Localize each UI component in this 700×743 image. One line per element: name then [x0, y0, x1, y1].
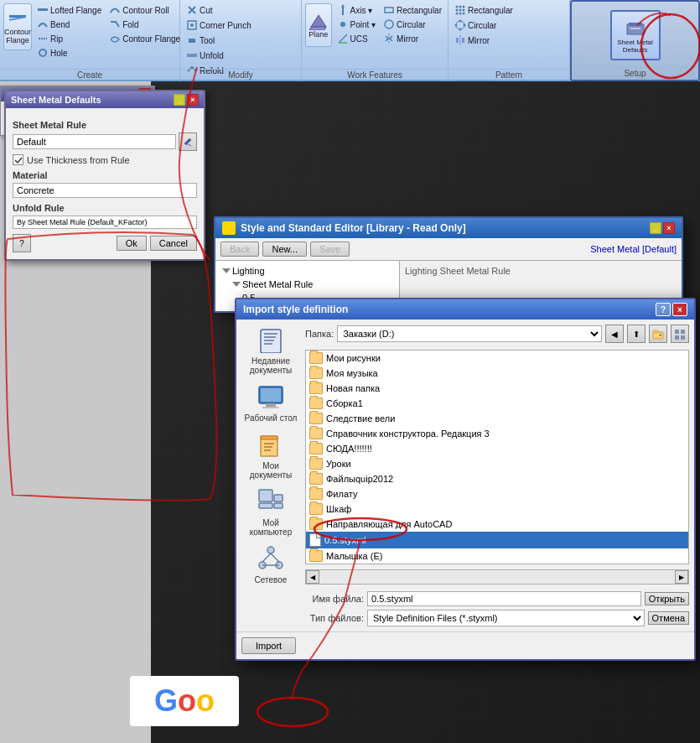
isd-nav-back-button[interactable]: ◀: [605, 325, 624, 343]
isd-help-button[interactable]: ?: [656, 303, 671, 316]
list-item[interactable]: СЮДА!!!!!!!: [306, 441, 688, 456]
sse-tree-lighting[interactable]: Lighting: [219, 264, 396, 278]
list-item[interactable]: Справочник конструктора. Редакция 3: [306, 426, 688, 441]
isd-filetype-label: Тип файлов:: [305, 613, 364, 623]
svg-line-13: [339, 34, 347, 43]
desktop-icon: [256, 382, 286, 412]
svg-rect-52: [261, 436, 277, 439]
smd-unfold-input[interactable]: [13, 216, 197, 229]
isd-scroll-right-button[interactable]: ▶: [675, 570, 688, 584]
cut-button[interactable]: Cut: [184, 3, 298, 17]
contour-roll-button[interactable]: Contour Roll: [106, 3, 183, 17]
folder-icon: [309, 382, 323, 394]
sse-toolbar: Back New... Save Sheet Metal [Default]: [215, 238, 682, 261]
isd-filename-input[interactable]: [367, 591, 641, 606]
isd-filetype-select[interactable]: Style Definition Files (*.styxml): [367, 610, 645, 626]
svg-point-16: [385, 20, 393, 29]
hole-button[interactable]: Hole: [34, 46, 104, 60]
ucs-button[interactable]: UCS: [334, 32, 379, 45]
smd-material-row: [13, 183, 197, 198]
ribbon-section-create: Contour Flange Lofted Flange Bend Rip: [0, 0, 180, 81]
lofted-flange-button[interactable]: Lofted Flange: [34, 3, 104, 17]
smd-cancel-button[interactable]: Cancel: [150, 236, 197, 251]
isd-cancel-button[interactable]: Отмена: [648, 611, 689, 625]
isd-open-button[interactable]: Открыть: [645, 592, 689, 605]
svg-text:+: +: [659, 332, 662, 337]
network-icon: [256, 543, 286, 574]
sse-tree-sheet-metal-rule[interactable]: Sheet Metal Rule: [219, 278, 396, 291]
corner-punch-button[interactable]: Corner Punch: [184, 18, 298, 32]
list-item-selected[interactable]: 0.5.styxml: [306, 532, 688, 548]
smd-rule-edit-button[interactable]: [179, 132, 197, 151]
svg-rect-15: [385, 8, 393, 13]
svg-rect-33: [456, 38, 459, 43]
isd-import-button[interactable]: Import: [241, 637, 296, 654]
isd-view-button[interactable]: [671, 325, 689, 343]
list-item[interactable]: Филату: [306, 486, 688, 501]
list-item[interactable]: Сборка1: [306, 396, 688, 411]
svg-rect-67: [653, 330, 658, 333]
isd-location-select[interactable]: Заказки (D:): [337, 325, 602, 342]
list-item[interactable]: Уроки: [306, 456, 688, 471]
sse-new-button[interactable]: New...: [262, 242, 307, 257]
smd-help-button[interactable]: ?: [13, 234, 31, 252]
list-item[interactable]: Новая папка: [306, 381, 688, 396]
isd-scroll-left-button[interactable]: ◀: [306, 570, 319, 584]
rectangular-pattern-button[interactable]: Rectangular: [452, 3, 566, 17]
svg-rect-7: [187, 54, 197, 57]
isd-file-list[interactable]: Мои рисунки Моя музыка Новая папка Сборк…: [305, 350, 689, 564]
mirror-pattern-button[interactable]: Mirror: [452, 34, 566, 47]
isd-sidebar-computer[interactable]: Мой компьютер: [241, 486, 300, 537]
isd-sidebar-desktop[interactable]: Рабочий стол: [245, 382, 298, 423]
isd-sidebar-recent[interactable]: Недавние документы: [241, 325, 300, 375]
isd-scroll-track[interactable]: [319, 571, 675, 583]
rip-button[interactable]: Rip: [34, 32, 104, 45]
list-item[interactable]: Направляющая для AutoCAD: [306, 517, 688, 532]
list-item[interactable]: Следствие вели: [306, 411, 688, 426]
list-item[interactable]: Моя музыка: [306, 366, 688, 381]
plane-button[interactable]: Plane: [305, 3, 332, 47]
hem-button[interactable]: Contour Flange: [106, 32, 183, 45]
smd-material-input[interactable]: [13, 183, 197, 198]
tool-button[interactable]: Tool: [184, 34, 298, 47]
isd-filename-label: Имя файла:: [305, 594, 364, 604]
axis-button[interactable]: Axis ▾: [334, 3, 379, 17]
svg-point-5: [190, 23, 194, 27]
contour-flange-button[interactable]: Contour Flange: [3, 3, 32, 50]
svg-rect-6: [189, 39, 195, 43]
isd-nav-new-folder-button[interactable]: +: [649, 325, 667, 343]
circular-pattern-button[interactable]: Circular: [452, 18, 566, 32]
svg-point-18: [456, 6, 459, 8]
sse-save-button[interactable]: Save: [310, 242, 350, 257]
sheet-metal-defaults-button[interactable]: Sheet Metal Defaults: [610, 10, 661, 60]
smd-thickness-checkbox[interactable]: [13, 154, 23, 165]
smd-minimize-button[interactable]: _: [174, 94, 185, 106]
fold-button[interactable]: Fold: [106, 18, 183, 31]
list-item[interactable]: Мои рисунки: [306, 351, 688, 366]
mirror-button[interactable]: Mirror: [381, 32, 444, 45]
folder-icon: [309, 458, 323, 470]
point-button[interactable]: Point ▾: [334, 18, 379, 31]
list-item[interactable]: Малышка (E): [306, 548, 688, 564]
isd-horizontal-scrollbar[interactable]: ◀ ▶: [305, 569, 689, 585]
unfold-button[interactable]: Unfold: [184, 49, 298, 62]
ribbon-section-modify: Cut Corner Punch Tool Unfold Refold Modi…: [180, 0, 302, 81]
circular-button[interactable]: Circular: [381, 18, 444, 31]
sse-minimize-button[interactable]: _: [650, 222, 661, 234]
smd-material-label: Material: [13, 170, 197, 180]
sse-close-button[interactable]: ×: [663, 222, 675, 234]
list-item[interactable]: Файлыquip2012: [306, 471, 688, 486]
isd-nav-up-button[interactable]: ⬆: [627, 325, 646, 343]
svg-rect-69: [675, 330, 679, 334]
isd-close-button[interactable]: ×: [672, 303, 687, 316]
smd-close-button[interactable]: ×: [187, 94, 199, 106]
isd-sidebar-network[interactable]: Сетевое: [255, 543, 288, 585]
smd-rule-input[interactable]: [13, 134, 176, 149]
isd-sidebar-documents[interactable]: Мои документы: [241, 429, 300, 480]
list-item[interactable]: Шкаф: [306, 501, 688, 517]
svg-rect-70: [681, 330, 685, 334]
rectangular-wf-button[interactable]: Rectangular: [381, 3, 444, 17]
sse-back-button[interactable]: Back: [220, 242, 259, 257]
smd-ok-button[interactable]: Ok: [117, 236, 147, 251]
bend-button[interactable]: Bend: [34, 18, 104, 31]
